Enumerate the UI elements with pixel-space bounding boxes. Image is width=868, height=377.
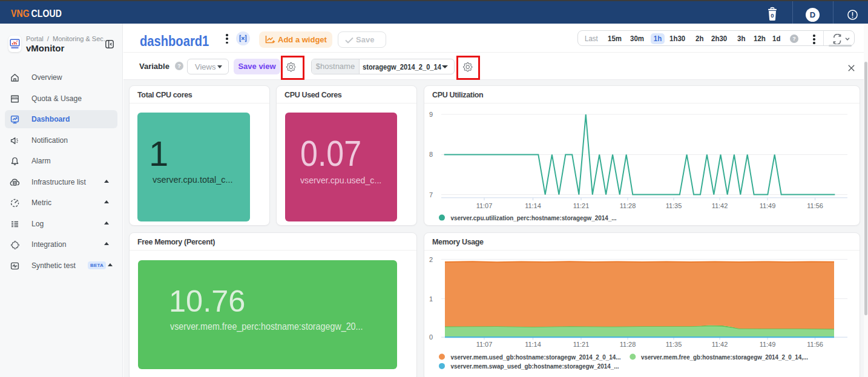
svg-text:11:49: 11:49 <box>760 341 776 348</box>
svg-text:vserver.mem.free_gb:hostname:s: vserver.mem.free_gb:hostname:storagegw_2… <box>641 353 808 361</box>
svg-text:11:42: 11:42 <box>712 202 728 209</box>
svg-text:2: 2 <box>429 256 433 263</box>
svg-text:11:07: 11:07 <box>476 341 493 348</box>
svg-text:11:21: 11:21 <box>573 341 590 348</box>
svg-text:11:07: 11:07 <box>476 202 493 209</box>
svg-text:1: 1 <box>429 295 433 303</box>
svg-text:11:14: 11:14 <box>525 341 541 348</box>
svg-text:11:42: 11:42 <box>712 341 728 348</box>
svg-text:11:35: 11:35 <box>666 202 682 209</box>
svg-text:vserver.mem.swap_used_gb:hostn: vserver.mem.swap_used_gb:hostname:storag… <box>451 362 619 370</box>
svg-text:0: 0 <box>429 333 433 341</box>
svg-text:11:21: 11:21 <box>573 202 590 209</box>
svg-text:11:35: 11:35 <box>666 341 682 348</box>
svg-text:11:56: 11:56 <box>807 341 823 348</box>
svg-text:11:28: 11:28 <box>620 202 636 209</box>
svg-text:11:56: 11:56 <box>807 202 823 209</box>
svg-text:11:28: 11:28 <box>620 341 636 348</box>
svg-text:0: 0 <box>771 12 774 19</box>
svg-text:vserver.cpu.utilization_perc:h: vserver.cpu.utilization_perc:hostname:st… <box>451 214 617 221</box>
svg-text:7: 7 <box>429 191 433 198</box>
svg-text:11:49: 11:49 <box>760 202 776 209</box>
svg-text:11:14: 11:14 <box>525 202 541 209</box>
svg-text:9: 9 <box>429 111 433 118</box>
svg-text:8: 8 <box>429 151 433 158</box>
svg-text:vserver.mem.used_gb:hostname:s: vserver.mem.used_gb:hostname:storagegw_2… <box>451 353 621 361</box>
